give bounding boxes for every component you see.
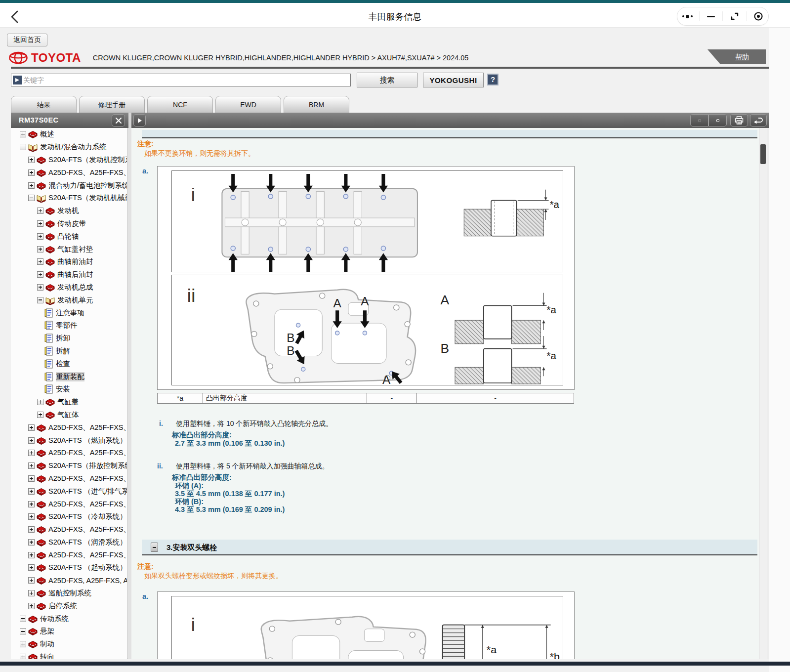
sidebar-item[interactable]: 转向 <box>11 651 127 659</box>
sidebar-item-label[interactable]: S20A-FTS （进气/排气系 <box>48 487 127 496</box>
sidebar-item[interactable]: 启停系统 <box>11 599 127 612</box>
sidebar-item-label[interactable]: 发动机总成 <box>57 283 93 292</box>
expand-icon[interactable] <box>28 169 35 176</box>
sidebar-item[interactable]: 安装 <box>11 383 127 396</box>
sidebar-item-label[interactable]: 曲轴前油封 <box>57 257 93 266</box>
go-arrow-icon[interactable] <box>13 76 22 84</box>
expand-icon[interactable] <box>37 284 43 291</box>
expand-icon[interactable] <box>28 462 35 469</box>
collapse-all-button[interactable] <box>708 114 727 126</box>
sidebar-item[interactable]: 发动机/混合动力系统 <box>11 141 127 154</box>
exit-target-icon[interactable] <box>750 8 767 25</box>
expand-icon[interactable] <box>37 233 43 240</box>
sidebar-item[interactable]: 制动 <box>11 638 127 651</box>
restore-icon[interactable] <box>726 8 743 25</box>
sidebar-item-label[interactable]: 注意事项 <box>56 308 84 318</box>
tab-3[interactable]: NCF <box>147 96 213 113</box>
sidebar-item-label[interactable]: 气缸体 <box>57 410 79 420</box>
sidebar-item[interactable]: 传动系统 <box>11 612 127 625</box>
sidebar-item-label[interactable]: 气缸盖 <box>57 397 79 407</box>
sidebar-item-label[interactable]: A25D-FXS、A25F-FXS、 <box>48 474 127 483</box>
sidebar-item[interactable]: S20A-FTS （进气/排气系 <box>11 485 127 498</box>
expand-icon[interactable] <box>37 220 43 227</box>
sidebar-item-label[interactable]: 传动系统 <box>40 614 69 624</box>
expand-icon[interactable] <box>37 258 43 265</box>
search-help-button[interactable]: ? <box>487 74 499 85</box>
expand-icon[interactable] <box>37 246 43 252</box>
expand-icon[interactable] <box>37 208 43 214</box>
collapse-icon[interactable] <box>37 297 43 303</box>
back-home-button[interactable]: 返回首页 <box>7 34 47 46</box>
expand-all-button[interactable] <box>690 114 708 126</box>
sidebar-item[interactable]: A25D-FXS、A25F-FXS、 <box>11 523 127 536</box>
sidebar-item[interactable]: A25D-FXS、A25F-FXS、 <box>11 421 127 434</box>
sidebar-item-label[interactable]: A25D-FXS, A25F-FXS, A <box>48 577 127 585</box>
expand-icon[interactable] <box>20 616 26 622</box>
sidebar-item-label[interactable]: A25D-FXS、A25F-FXS、 <box>48 525 127 534</box>
sidebar-item-label[interactable]: 混合动力/蓄电池控制系统 <box>48 181 127 190</box>
sidebar-item[interactable]: 发动机总成 <box>11 281 127 294</box>
sidebar-item-label[interactable]: 概述 <box>40 129 54 139</box>
scrollbar-thumb[interactable] <box>760 144 766 164</box>
sidebar-item-label[interactable]: 凸轮轴 <box>57 232 79 241</box>
expand-icon[interactable] <box>28 182 35 189</box>
print-button[interactable] <box>730 114 748 126</box>
sidebar-item[interactable]: 曲轴前油封 <box>11 255 127 268</box>
sidebar-item[interactable]: 发动机 <box>11 205 127 217</box>
sidebar-item-label[interactable]: S20A-FTS（发动机机械部 <box>48 193 127 203</box>
sidebar-item[interactable]: 混合动力/蓄电池控制系统 <box>11 179 127 192</box>
sidebar-item[interactable]: A25D-FXS、A25F-FXS、 <box>11 447 127 460</box>
sidebar-item-label[interactable]: 传动皮带 <box>57 219 86 228</box>
sidebar-item[interactable]: 发动机单元 <box>11 294 127 306</box>
sidebar-item[interactable]: 巡航控制系统 <box>11 587 127 600</box>
expand-icon[interactable] <box>37 399 43 405</box>
expand-icon[interactable] <box>37 271 43 278</box>
sidebar-item-label[interactable]: 拆卸 <box>56 334 70 343</box>
expand-icon[interactable] <box>28 488 35 495</box>
sidebar-item-label[interactable]: 重新装配 <box>56 372 84 381</box>
expand-icon[interactable] <box>28 513 35 520</box>
sidebar-item-label[interactable]: 曲轴后油封 <box>57 270 93 279</box>
sidebar-item-label[interactable]: 启停系统 <box>48 601 77 611</box>
sidebar-item[interactable]: 气缸盖 <box>11 396 127 409</box>
yokogushi-button[interactable]: YOKOGUSHI <box>423 73 484 87</box>
more-options-icon[interactable] <box>679 8 696 25</box>
expand-icon[interactable] <box>28 157 35 163</box>
expand-icon[interactable] <box>28 539 35 546</box>
expand-icon[interactable] <box>28 424 35 431</box>
sidebar-item[interactable]: A25D-FXS、A25F-FXS、 <box>11 548 127 561</box>
expand-icon[interactable] <box>28 564 35 571</box>
sidebar-item-label[interactable]: S20A-FTS（发动机控制系 <box>48 155 127 165</box>
search-button[interactable]: 搜索 <box>357 73 417 87</box>
sidebar-item[interactable]: 重新装配 <box>11 370 127 383</box>
expand-icon[interactable] <box>28 501 35 507</box>
expand-icon[interactable] <box>20 131 26 137</box>
expand-icon[interactable] <box>20 628 26 634</box>
expand-icon[interactable] <box>28 590 35 596</box>
sidebar-item-label[interactable]: 悬架 <box>40 627 54 636</box>
sidebar-item[interactable]: 气缸盖衬垫 <box>11 243 127 255</box>
expand-icon[interactable] <box>20 654 26 659</box>
sidebar-item[interactable]: A25D-FXS、A25F-FXS、 <box>11 498 127 510</box>
tab-5[interactable]: BRM <box>284 96 349 113</box>
sidebar-item[interactable]: 零部件 <box>11 319 127 332</box>
sidebar-item[interactable]: 注意事项 <box>11 306 127 319</box>
sidebar-item-label[interactable]: 巡航控制系统 <box>48 588 91 598</box>
sidebar-item[interactable]: 凸轮轴 <box>11 230 127 243</box>
expand-icon[interactable] <box>37 412 43 418</box>
return-button[interactable] <box>750 114 767 126</box>
sidebar-item[interactable]: S20A-FTS（发动机控制系 <box>11 154 127 167</box>
expand-icon[interactable] <box>28 577 35 584</box>
sidebar-item[interactable]: 概述 <box>11 128 127 141</box>
minimize-icon[interactable] <box>703 8 719 25</box>
sidebar-item[interactable]: S20A-FTS （燃油系统） <box>11 434 127 447</box>
sidebar-item[interactable]: 悬架 <box>11 625 127 638</box>
sidebar-item[interactable]: A25D-FXS、A25F-FXS、 <box>11 472 127 485</box>
sidebar-item-label[interactable]: 发动机 <box>57 206 79 215</box>
tab-1[interactable]: 结果 <box>11 96 77 113</box>
collapse-icon[interactable] <box>20 144 26 150</box>
sidebar-item-label[interactable]: 发动机单元 <box>57 295 93 305</box>
sidebar-item[interactable]: A25D-FXS、A25F-FXS、 <box>11 166 127 179</box>
collapse-icon[interactable] <box>28 195 35 201</box>
tab-4[interactable]: EWD <box>215 96 281 113</box>
